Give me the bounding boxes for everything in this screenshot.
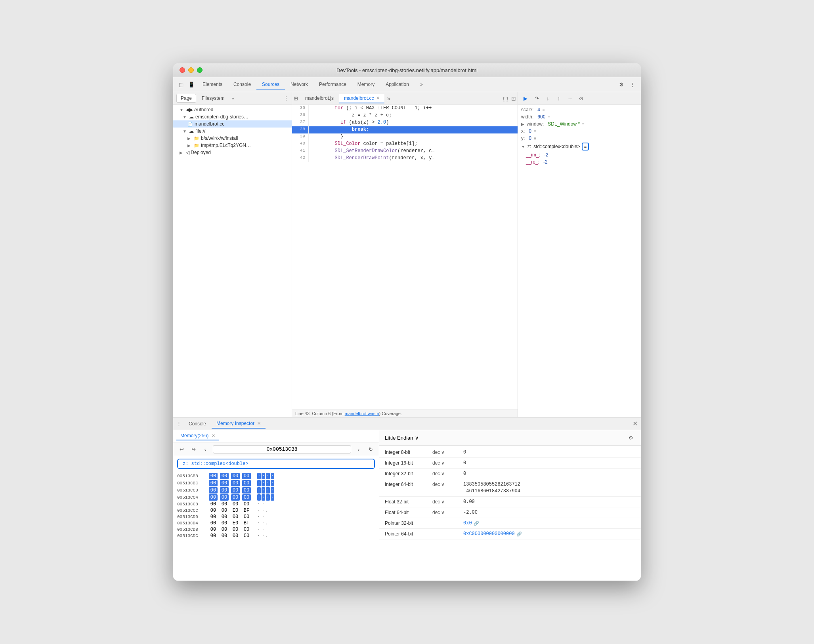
step-over-btn[interactable]: ↷ [532, 94, 541, 103]
data-value: 13835058055282163712 [463, 482, 520, 487]
data-format[interactable]: dec ∨ [432, 499, 460, 505]
hex-address: 00513CCC [177, 508, 206, 513]
external-link-icon[interactable]: 🔗 [474, 521, 479, 526]
data-value[interactable]: 0x0 🔗 [463, 520, 479, 526]
source-toggle-icon[interactable]: ⬚ [503, 95, 508, 102]
step-into-btn[interactable]: ↓ [543, 94, 552, 103]
source-tab-js[interactable]: mandelbrot.js [300, 94, 338, 103]
tab-more[interactable]: » [415, 79, 428, 90]
sub-tab-more[interactable]: » [231, 96, 234, 101]
bottom-close[interactable]: ✕ [632, 420, 638, 427]
settings-icon[interactable]: ⚙ [617, 80, 626, 89]
data-format[interactable]: dec ∨ [432, 482, 460, 487]
tab-elements[interactable]: Elements [197, 79, 228, 90]
scope-icon[interactable]: ≡ [543, 108, 545, 112]
hex-byte: 00 [220, 520, 229, 526]
tab-memory[interactable]: Memory [352, 79, 380, 90]
data-format[interactable]: dec ∨ [432, 460, 460, 466]
minimize-button[interactable] [188, 67, 194, 73]
tree-file[interactable]: ▼ ☁ file:// [173, 128, 292, 135]
data-row-int16: Integer 16-bit dec ∨ 0 [379, 458, 641, 469]
scope-icon[interactable]: ≡ [582, 122, 585, 126]
wasm-link[interactable]: mandelbrot.wasm [345, 411, 379, 416]
tab-application[interactable]: Application [380, 79, 415, 90]
scope-re: __re_: -2 [518, 158, 641, 166]
ascii-char: · [262, 508, 264, 513]
forward-button[interactable]: ↪ [189, 445, 198, 453]
scope-z-type: std::complex<double> [533, 144, 580, 149]
hex-byte: 00 [231, 527, 240, 532]
scope-icon[interactable]: ≡ [534, 136, 536, 141]
more-icon[interactable]: ⋮ [628, 80, 638, 89]
back-button[interactable]: ↩ [177, 445, 186, 453]
code-line-35: 35 for (; i < MAX_ITER_COUNT - 1; i++ [292, 105, 518, 112]
tree-authored[interactable]: ▼ ◀▶ Authored [173, 106, 292, 113]
scope-z-highlight[interactable]: ≡ [582, 143, 589, 151]
device-icon[interactable]: 📱 [186, 80, 197, 89]
refresh-button[interactable]: ↻ [366, 445, 375, 453]
tab-label: Memory Inspector [216, 421, 254, 426]
hex-byte: 00 [209, 533, 218, 539]
bottom-menu-icon[interactable]: ⋮ [176, 421, 182, 427]
scope-icon[interactable]: ≡ [548, 115, 550, 119]
code-line-42: 42 SDL_RenderDrawPoint(renderer, x, y… [292, 155, 518, 162]
source-tab-cc[interactable]: mandelbrot.cc ✕ [339, 94, 384, 103]
memory-tab-close[interactable]: ✕ [212, 433, 215, 438]
address-input[interactable] [213, 445, 351, 453]
step-btn[interactable]: → [566, 94, 574, 103]
endian-select[interactable]: Little Endian ∨ [385, 435, 419, 441]
scope-icon[interactable]: ≡ [584, 144, 587, 149]
tab-console-bottom[interactable]: Console [184, 419, 211, 428]
tab-page[interactable]: Page [176, 94, 196, 103]
resume-btn[interactable]: ▶ [521, 94, 530, 103]
tab-filesystem[interactable]: Filesystem [198, 94, 228, 102]
hex-label: z: std::complex<double> [177, 459, 375, 469]
sub-tab-menu[interactable]: ⋮ [284, 95, 289, 101]
scope-window: ▶ window: SDL_Window * ≡ [518, 120, 641, 128]
data-format[interactable]: dec ∨ [432, 450, 460, 455]
hex-rows: 00513CB8 00 00 00 00 · · · · [173, 471, 379, 581]
tab-network[interactable]: Network [285, 79, 313, 90]
step-out-btn[interactable]: ↑ [554, 94, 563, 103]
data-value[interactable]: 0xC000000000000000 🔗 [463, 531, 522, 537]
source-tab-icon[interactable]: ⊞ [294, 95, 298, 101]
source-pause-icon[interactable]: ⊡ [511, 95, 516, 102]
hex-bytes: 00 00 00 00 [209, 473, 251, 479]
scope-icon[interactable]: ≡ [534, 129, 536, 133]
tab-console[interactable]: Console [228, 79, 256, 90]
hex-ascii: · · · · [257, 473, 274, 479]
tab-close[interactable]: ✕ [257, 421, 261, 426]
hex-row: 00513CDC 00 00 00 C0 · · . [177, 533, 375, 539]
tree-label: file:// [195, 128, 205, 134]
close-button[interactable] [180, 67, 185, 73]
source-tab-close[interactable]: ✕ [376, 95, 380, 101]
source-tab-more[interactable]: » [387, 95, 390, 102]
tree-install[interactable]: ▶ 📁 b/s/w/ir/x/w/install [173, 135, 292, 142]
next-button[interactable]: › [354, 445, 363, 453]
tree-tmp[interactable]: ▶ 📁 tmp/tmp.ELcTq2YGN… [173, 142, 292, 149]
external-link-icon[interactable]: 🔗 [516, 532, 522, 537]
hex-byte: 00 [231, 480, 240, 486]
memory-tab-256[interactable]: Memory(256) ✕ [176, 432, 219, 440]
tab-memory-inspector[interactable]: Memory Inspector ✕ [212, 419, 266, 429]
data-format[interactable]: dec ∨ [432, 471, 460, 476]
data-header: Little Endian ∨ ⚙ [379, 430, 641, 446]
code-editor[interactable]: 35 for (; i < MAX_ITER_COUNT - 1; i++ 36… [292, 105, 518, 410]
data-format[interactable]: dec ∨ [432, 510, 460, 515]
ascii-char: · [257, 494, 261, 501]
tab-sources[interactable]: Sources [256, 79, 285, 90]
prev-button[interactable]: ‹ [201, 445, 210, 453]
tab-performance[interactable]: Performance [313, 79, 352, 90]
fullscreen-button[interactable] [197, 67, 203, 73]
tree-mandelbrot-cc[interactable]: 📄 mandelbrot.cc [173, 120, 292, 128]
deactivate-btn[interactable]: ⊘ [577, 94, 585, 103]
inspect-icon[interactable]: ⬚ [176, 80, 186, 89]
hex-byte: 00 [220, 501, 229, 507]
tree-emscripten[interactable]: ▼ ☁ emscripten-dbg-stories… [173, 113, 292, 120]
data-settings-icon[interactable]: ⚙ [627, 433, 635, 442]
tree-deployed[interactable]: ▶ ◁ Deployed [173, 149, 292, 156]
hex-row: 00513CC4 00 00 00 C0 · · · · [177, 494, 375, 501]
line-number: 40 [292, 141, 309, 148]
hex-ascii: · · . [257, 508, 268, 513]
hex-byte: 00 [220, 473, 229, 479]
